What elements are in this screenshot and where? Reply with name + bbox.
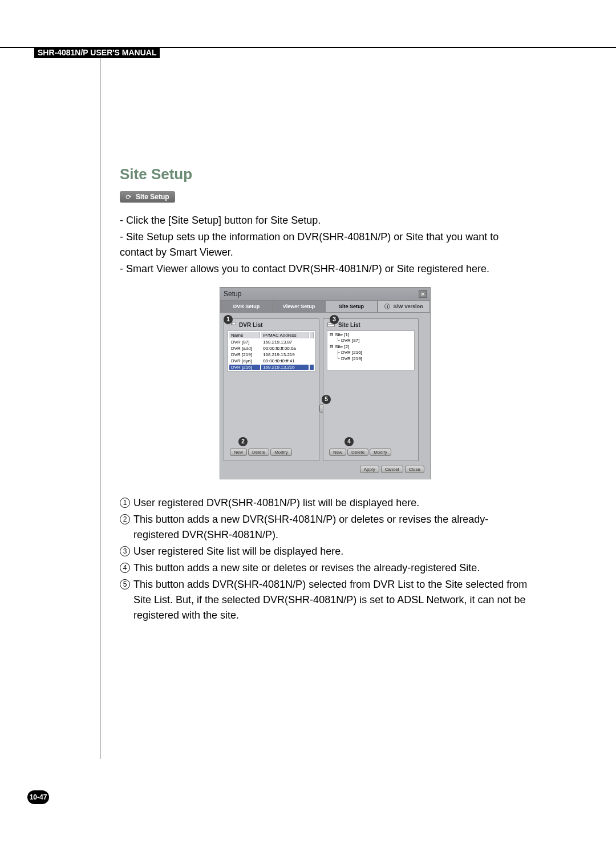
cell: 00:00:f0:f0:ff:41 — [261, 358, 309, 364]
note-text: User registered Site list will be displa… — [133, 544, 530, 559]
tab-dvr-label: DVR Setup — [233, 304, 260, 309]
tab-sw-version[interactable]: iS/W Version — [378, 300, 430, 313]
site-list-title: Site List — [338, 322, 360, 328]
site-list-panel: Site List ⊟ Site [1] └ DVR [87] ⊟ Site [… — [323, 318, 419, 461]
close-button[interactable]: Close — [405, 466, 424, 473]
note-text: This button adds a new site or deletes o… — [133, 560, 530, 576]
tab-site-label: Site Setup — [339, 304, 364, 309]
bullet-2: - Site Setup sets up the information on … — [120, 229, 530, 260]
table-row[interactable]: DVR [87]168.219.13.87 — [229, 340, 314, 345]
dvr-btn-row: New Delete Modify — [230, 449, 292, 456]
col-name[interactable]: Name — [229, 332, 260, 338]
tree-item[interactable]: └ DVR [87] — [330, 338, 412, 344]
globe-tools-icon — [125, 193, 132, 200]
site-setup-badge: Site Setup — [120, 191, 175, 203]
note-num: 2 — [120, 514, 130, 524]
section-heading: Site Setup — [120, 165, 530, 183]
cell: 168.219.13.216 — [261, 365, 309, 370]
cell: 168.219.13.87 — [261, 340, 309, 345]
cell: 168.219.13.219 — [261, 352, 309, 357]
cell: DVR [87] — [229, 340, 260, 345]
setup-tabs: DVR Setup Viewer Setup Site Setup iS/W V… — [220, 300, 430, 313]
setup-title: Setup — [224, 290, 241, 298]
callout-4: 4 — [345, 437, 354, 446]
dvr-delete-button[interactable]: Delete — [248, 449, 269, 456]
tab-dvr-setup[interactable]: DVR Setup — [220, 300, 273, 313]
tree-item[interactable]: ⊟ Site [2] — [330, 344, 412, 350]
setup-window: Setup ✕ DVR Setup Viewer Setup Site Setu… — [220, 287, 431, 479]
tab-ver-label: S/W Version — [393, 304, 423, 309]
cancel-button[interactable]: Cancel — [381, 466, 403, 473]
tree-label: DVR [219] — [341, 356, 362, 361]
panels-area: 1 2 3 4 5 DVR List NameIP/MAC Address DV… — [220, 313, 430, 462]
note-num: 3 — [120, 546, 130, 556]
cell: DVR [add] — [229, 346, 260, 351]
tab-site-setup[interactable]: Site Setup — [325, 300, 378, 313]
info-icon: i — [384, 304, 390, 309]
table-row[interactable]: DVR [dyn]00:00:f0:f0:ff:41 — [229, 358, 314, 364]
site-setup-badge-label: Site Setup — [136, 193, 169, 201]
cell: DVR [dyn] — [229, 358, 260, 364]
callout-1: 1 — [224, 315, 233, 324]
tree-label: DVR [87] — [341, 338, 359, 343]
site-btn-row: New Delete Modify — [329, 449, 391, 456]
tab-viewer-label: Viewer Setup — [283, 304, 315, 309]
tree-label: Site [2] — [335, 344, 349, 349]
site-new-button[interactable]: New — [329, 449, 346, 456]
tree-label: Site [1] — [335, 332, 349, 337]
close-icon[interactable]: ✕ — [419, 290, 427, 298]
tree-item[interactable]: └ DVR [219] — [330, 356, 412, 362]
setup-titlebar: Setup ✕ — [220, 288, 430, 300]
callout-3: 3 — [330, 315, 339, 324]
site-delete-button[interactable]: Delete — [347, 449, 368, 456]
bullet-1: - Click the [Site Setup] button for Site… — [120, 213, 530, 228]
callout-5: 5 — [322, 395, 331, 404]
note-text: This button adds a new DVR(SHR-4081N/P) … — [133, 512, 530, 543]
margin-rule — [100, 57, 100, 759]
table-row[interactable]: DVR [219]168.219.13.219 — [229, 352, 314, 357]
note-4: 4This button adds a new site or deletes … — [120, 560, 530, 576]
tree-item[interactable]: ├ DVR [216] — [330, 350, 412, 356]
apply-button[interactable]: Apply — [360, 466, 379, 473]
dvr-list-header: DVR List — [224, 319, 319, 330]
dvr-modify-button[interactable]: Modify — [270, 449, 292, 456]
site-tree[interactable]: ⊟ Site [1] └ DVR [87] ⊟ Site [2] ├ DVR [… — [327, 330, 415, 370]
tab-viewer-setup[interactable]: Viewer Setup — [273, 300, 325, 313]
note-3: 3User registered Site list will be displ… — [120, 544, 530, 559]
tree-label: DVR [216] — [341, 350, 362, 355]
note-text: This button adds DVR(SHR-4081N/P) select… — [133, 577, 530, 623]
table-row[interactable]: DVR [add]00:00:f0:ff:00:0a — [229, 346, 314, 351]
bullet-3: - Smart Viewer allows you to contact DVR… — [120, 261, 530, 277]
dvr-new-button[interactable]: New — [230, 449, 247, 456]
note-5: 5This button adds DVR(SHR-4081N/P) selec… — [120, 577, 530, 623]
dvr-list-panel: DVR List NameIP/MAC Address DVR [87]168.… — [224, 318, 319, 461]
cell: DVR [219] — [229, 352, 260, 357]
dvr-table[interactable]: NameIP/MAC Address DVR [87]168.219.13.87… — [228, 330, 315, 371]
page-number: 10-47 — [27, 790, 49, 804]
note-1: 1User registered DVR(SHR-4081N/P) list w… — [120, 495, 530, 511]
svg-rect-2 — [232, 322, 236, 325]
cell: DVR [216] — [229, 365, 260, 370]
dvr-list-title: DVR List — [239, 322, 263, 328]
note-text: User registered DVR(SHR-4081N/P) list wi… — [133, 495, 530, 511]
note-num: 4 — [120, 563, 130, 573]
content-area: Site Setup Site Setup - Click the [Site … — [120, 165, 530, 624]
note-num: 1 — [120, 498, 130, 508]
cell: 00:00:f0:ff:00:0a — [261, 346, 309, 351]
note-num: 5 — [120, 579, 130, 589]
table-row[interactable]: DVR [216]168.219.13.216 — [229, 365, 314, 370]
callout-notes: 1User registered DVR(SHR-4081N/P) list w… — [120, 495, 530, 623]
footer-buttons: Apply Cancel Close — [220, 462, 430, 479]
manual-header: SHR-4081N/P USER'S MANUAL — [34, 47, 160, 58]
tree-item[interactable]: ⊟ Site [1] — [330, 332, 412, 338]
site-modify-button[interactable]: Modify — [370, 449, 391, 456]
col-ip[interactable]: IP/MAC Address — [261, 332, 309, 338]
note-2: 2This button adds a new DVR(SHR-4081N/P)… — [120, 512, 530, 543]
callout-2: 2 — [238, 437, 248, 446]
intro-bullets: - Click the [Site Setup] button for Site… — [120, 213, 530, 277]
